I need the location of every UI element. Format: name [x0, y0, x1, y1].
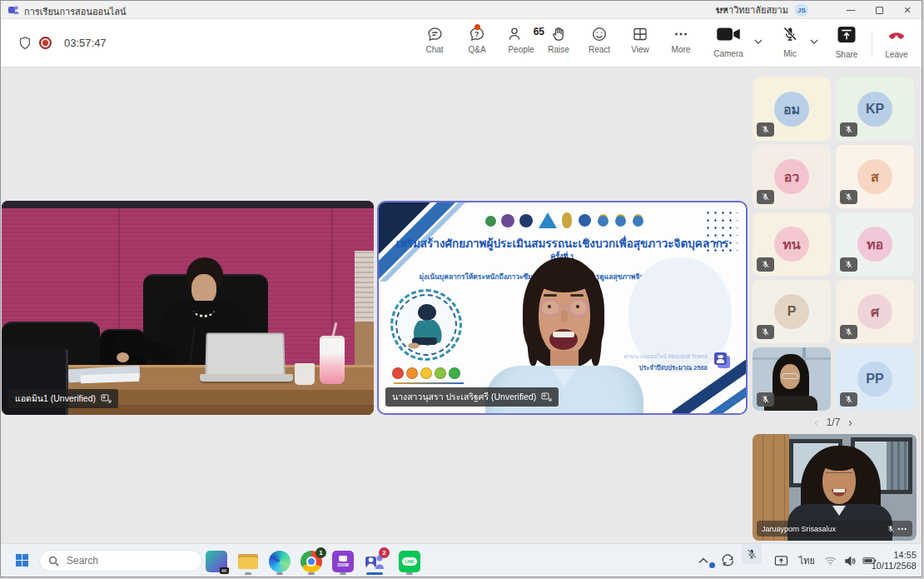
camera-icon — [716, 26, 741, 42]
meeting-timer: 03:57:47 — [64, 37, 107, 49]
sad-person-illustration — [402, 301, 450, 351]
search-icon — [48, 556, 59, 567]
video-tile-admin[interactable]: แอดมิน1 (Unverified) — [2, 201, 374, 415]
content-badge-icon — [101, 394, 112, 403]
chat-button[interactable]: Chat — [415, 26, 455, 54]
logo-wave-3 — [633, 216, 643, 227]
participant-tile[interactable]: ทอ — [836, 212, 914, 276]
qna-button[interactable]: ? Q&A — [457, 26, 497, 54]
mic-muted-icon — [757, 257, 774, 272]
avatar: P — [774, 294, 809, 329]
view-button[interactable]: View — [620, 26, 660, 54]
maximize-button[interactable] — [865, 1, 893, 19]
mic-muted-icon — [757, 325, 774, 339]
page-prev-chevron-icon[interactable]: ‹ — [814, 416, 818, 429]
leave-button[interactable]: Leave — [877, 26, 917, 59]
window-blinds — [355, 251, 374, 322]
pink-tumbler — [320, 336, 345, 384]
logo-green — [485, 216, 496, 227]
participant-tile[interactable]: PP — [836, 347, 914, 411]
chrome-app-icon[interactable]: 1 — [301, 551, 322, 572]
people-button[interactable]: 65 People — [498, 26, 544, 54]
leave-phone-icon — [886, 26, 907, 43]
slide-title: เสริมสร้างศักยภาพผู้ประเมินสมรรถนะเชิงบว… — [384, 234, 741, 252]
participant-tile[interactable]: KP — [836, 77, 914, 141]
page-indicator: 1/7 — [827, 417, 841, 428]
participant-pagination: ‹ 1/7 › — [753, 416, 914, 429]
mic-muted-icon — [781, 26, 799, 42]
name-label: นางสาวนุสรา ประเสริฐศรี (Unverified) — [385, 387, 559, 407]
zoom-app-icon[interactable]: ZOOM — [332, 551, 354, 572]
tray-time: 14:55 — [893, 550, 917, 560]
teams-app-icon[interactable]: 2 — [364, 551, 385, 572]
start-button[interactable] — [16, 554, 29, 567]
taskbar-search[interactable] — [39, 550, 202, 572]
tray-mic-muted-icon[interactable] — [742, 544, 762, 564]
camera-options-chevron-icon[interactable] — [754, 32, 763, 47]
avatar: ทอ — [857, 227, 892, 262]
mic-muted-icon — [840, 392, 857, 407]
mood-angry-icon — [392, 367, 404, 379]
file-explorer-app-icon[interactable] — [237, 551, 259, 572]
mood-happy-icon — [435, 367, 446, 379]
line-app-icon[interactable]: LINE — [399, 551, 420, 572]
raise-hand-button[interactable]: Raise — [539, 26, 579, 54]
content-badge-icon — [541, 392, 552, 402]
self-more-icon[interactable]: ••• — [898, 525, 907, 532]
close-button[interactable]: ✕ — [893, 1, 922, 19]
logo-purple — [501, 214, 514, 227]
qna-notification-dot — [474, 24, 480, 30]
slide-bottom-ribbons — [638, 342, 746, 413]
svg-text:?: ? — [474, 30, 479, 38]
mood-neutral-icon — [420, 367, 432, 379]
tray-clock[interactable]: 14:5510/11/2568 — [872, 544, 917, 577]
self-name-label: Jaruayporn Srisasalux ••• — [757, 521, 912, 537]
logo-wave-1 — [598, 216, 609, 227]
wifi-icon[interactable] — [824, 544, 837, 577]
participant-tile[interactable]: P — [753, 280, 831, 343]
mic-muted-icon — [840, 122, 857, 137]
language-indicator[interactable]: ไทย — [799, 544, 815, 577]
camera-button[interactable]: Camera — [707, 26, 750, 58]
shield-icon[interactable] — [17, 36, 32, 51]
avatar: PP — [857, 362, 892, 397]
window-title: การเรียนการสอนออนไลน์ — [24, 4, 127, 19]
share-button[interactable]: Share — [827, 26, 867, 59]
more-button[interactable]: More — [661, 26, 701, 54]
mic-button[interactable]: Mic — [773, 26, 807, 58]
search-input[interactable] — [65, 554, 181, 567]
react-button[interactable]: React — [579, 26, 619, 54]
onedrive-sync-icon[interactable] — [721, 544, 735, 577]
logo-gold-emblem — [562, 212, 572, 228]
mic-options-chevron-icon[interactable] — [810, 32, 818, 47]
tray-present-icon[interactable] — [774, 544, 788, 577]
share-icon — [836, 26, 857, 43]
avatar: อม — [774, 92, 809, 127]
avatar: ส — [857, 159, 892, 194]
avatar: ศ — [857, 294, 892, 329]
page-next-chevron-icon[interactable]: › — [848, 416, 852, 429]
minimize-button[interactable] — [837, 1, 865, 19]
participant-tile[interactable]: ส — [836, 145, 914, 208]
mic-muted-icon — [757, 122, 774, 137]
logo-wave-2 — [615, 216, 626, 227]
mic-muted-icon — [887, 525, 895, 533]
participant-tile[interactable]: อม — [753, 77, 831, 141]
participant-tile[interactable]: ทน — [753, 212, 831, 276]
participant-tile-video[interactable] — [753, 347, 831, 411]
account-avatar[interactable]: JS — [795, 1, 808, 19]
video-tile-speaker[interactable]: เสริมสร้างศักยภาพผู้ประเมินสมรรถนะเชิงบว… — [377, 201, 748, 415]
edge-app-icon[interactable] — [269, 551, 291, 572]
laptop — [205, 332, 285, 376]
video-downloader-app-icon[interactable]: 4K — [206, 551, 227, 572]
meeting-toolbar: 03:57:47 Chat ? Q&A — [1, 19, 922, 67]
speaker-icon[interactable] — [844, 544, 857, 577]
mood-sad-icon — [406, 367, 418, 379]
logo-navy — [519, 214, 533, 227]
self-view-video[interactable]: Jaruayporn Srisasalux ••• — [753, 434, 917, 541]
participant-tile[interactable]: อว — [753, 145, 831, 208]
logo-triangle — [539, 212, 557, 228]
participant-tile[interactable]: ศ — [836, 280, 914, 343]
name-label: แอดมิน1 (Unverified) — [8, 389, 118, 408]
tray-expand-chevron-icon[interactable] — [698, 544, 708, 577]
